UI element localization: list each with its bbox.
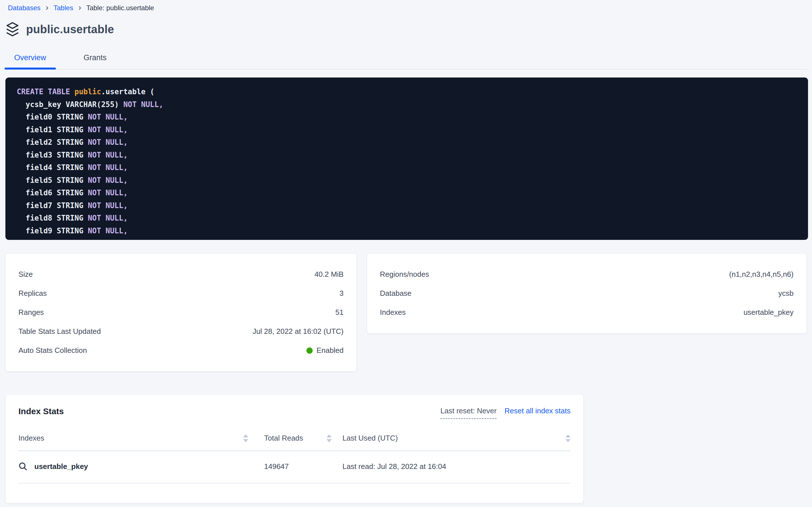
table-details-card: Size40.2 MiBReplicas3Ranges51Table Stats… — [5, 253, 357, 372]
column-header-indexes[interactable]: Indexes — [18, 434, 248, 443]
sort-arrows-icon[interactable] — [243, 434, 248, 442]
sql-line: field1 STRING NOT NULL, — [17, 123, 802, 136]
tab-bar: OverviewGrants — [5, 53, 807, 69]
stat-value-database: ycsb — [778, 289, 794, 298]
sql-line: field5 STRING NOT NULL, — [17, 174, 802, 187]
breadcrumb: Databases›Tables›Table: public.usertable — [0, 0, 812, 12]
index-name-cell[interactable]: usertable_pkey — [18, 462, 248, 471]
page-title-row: public.usertable — [6, 21, 812, 37]
breadcrumb-separator-icon: › — [46, 4, 49, 11]
tab-grants[interactable]: Grants — [74, 53, 116, 69]
breadcrumb-item-databases[interactable]: Databases — [8, 4, 41, 12]
stat-label-regions: Regions/nodes — [380, 270, 429, 279]
layers-icon — [6, 21, 19, 37]
breadcrumb-item-tables[interactable]: Tables — [54, 4, 73, 12]
sql-line: CREATE TABLE public.usertable ( — [17, 86, 802, 98]
stat-value-stats-updated: Jul 28, 2022 at 16:02 (UTC) — [252, 327, 343, 336]
sort-arrows-icon[interactable] — [326, 434, 332, 442]
column-header-last-used[interactable]: Last Used (UTC) — [332, 434, 571, 443]
stat-row-database: Databaseycsb — [380, 284, 794, 303]
stat-value-auto-stats: Enabled — [306, 346, 343, 355]
magnifier-icon — [18, 462, 27, 471]
sql-line: field2 STRING NOT NULL, — [17, 136, 802, 149]
sql-line: field6 STRING NOT NULL, — [17, 186, 802, 199]
stat-label-stats-updated: Table Stats Last Updated — [18, 327, 101, 336]
stat-label-size: Size — [18, 270, 33, 279]
column-label-last-used: Last Used (UTC) — [342, 434, 398, 443]
column-header-total-reads[interactable]: Total Reads — [248, 434, 332, 443]
stat-value-size: 40.2 MiB — [314, 270, 343, 279]
stat-row-ranges: Ranges51 — [18, 303, 343, 322]
create-table-sql-box: CREATE TABLE public.usertable ( ycsb_key… — [5, 77, 808, 240]
index-name: usertable_pkey — [34, 462, 88, 471]
sort-arrows-icon[interactable] — [565, 434, 571, 442]
index-stats-table-header: IndexesTotal ReadsLast Used (UTC) — [18, 434, 571, 451]
breadcrumb-item-current: Table: public.usertable — [86, 4, 154, 12]
index-stats-title: Index Stats — [18, 406, 64, 416]
column-label-indexes: Indexes — [18, 434, 44, 443]
sql-line: field4 STRING NOT NULL, — [17, 161, 802, 174]
stat-label-database: Database — [380, 289, 412, 298]
breadcrumb-separator-icon: › — [78, 4, 81, 11]
stat-value-regions: (n1,n2,n3,n4,n5,n6) — [729, 270, 794, 279]
detail-cards-row: Size40.2 MiBReplicas3Ranges51Table Stats… — [5, 253, 808, 372]
database-details-card: Regions/nodes(n1,n2,n3,n4,n5,n6)Database… — [367, 253, 807, 334]
stat-row-auto-stats: Auto Stats CollectionEnabled — [18, 341, 343, 360]
table-row: usertable_pkey149647Last read: Jul 28, 2… — [18, 451, 571, 484]
tab-overview[interactable]: Overview — [5, 53, 56, 69]
stat-label-replicas: Replicas — [18, 289, 47, 298]
index-stats-table: IndexesTotal ReadsLast Used (UTC) userta… — [18, 434, 571, 484]
sql-line: field3 STRING NOT NULL, — [17, 149, 802, 162]
last-used-cell: Last read: Jul 28, 2022 at 16:04 — [332, 462, 571, 471]
sql-line: field8 STRING NOT NULL, — [17, 212, 802, 225]
status-dot-icon — [306, 347, 313, 354]
stat-row-stats-updated: Table Stats Last UpdatedJul 28, 2022 at … — [18, 322, 343, 341]
stat-row-replicas: Replicas3 — [18, 284, 343, 303]
stat-label-auto-stats: Auto Stats Collection — [18, 346, 87, 355]
sql-line: field0 STRING NOT NULL, — [17, 111, 802, 123]
stat-row-regions: Regions/nodes(n1,n2,n3,n4,n5,n6) — [380, 265, 794, 284]
index-stats-card: Index Stats Last reset: Never Reset all … — [5, 394, 583, 503]
reset-all-index-stats-link[interactable]: Reset all index stats — [504, 406, 571, 415]
total-reads-cell: 149647 — [248, 462, 332, 471]
sql-line: field9 STRING NOT NULL, — [17, 225, 802, 237]
sql-line: ycsb_key VARCHAR(255) NOT NULL, — [17, 98, 802, 111]
last-reset-label[interactable]: Last reset: Never — [440, 406, 497, 419]
stat-label-indexes: Indexes — [380, 308, 406, 317]
stat-value-indexes: usertable_pkey — [744, 308, 794, 317]
page-title: public.usertable — [26, 23, 114, 36]
sql-line: field7 STRING NOT NULL, — [17, 199, 802, 212]
column-label-total-reads: Total Reads — [264, 434, 303, 443]
stat-label-ranges: Ranges — [18, 308, 44, 317]
stat-value-replicas: 3 — [339, 289, 343, 298]
stat-row-size: Size40.2 MiB — [18, 265, 343, 284]
stat-value-ranges: 51 — [335, 308, 343, 317]
stat-row-indexes: Indexesusertable_pkey — [380, 303, 794, 322]
